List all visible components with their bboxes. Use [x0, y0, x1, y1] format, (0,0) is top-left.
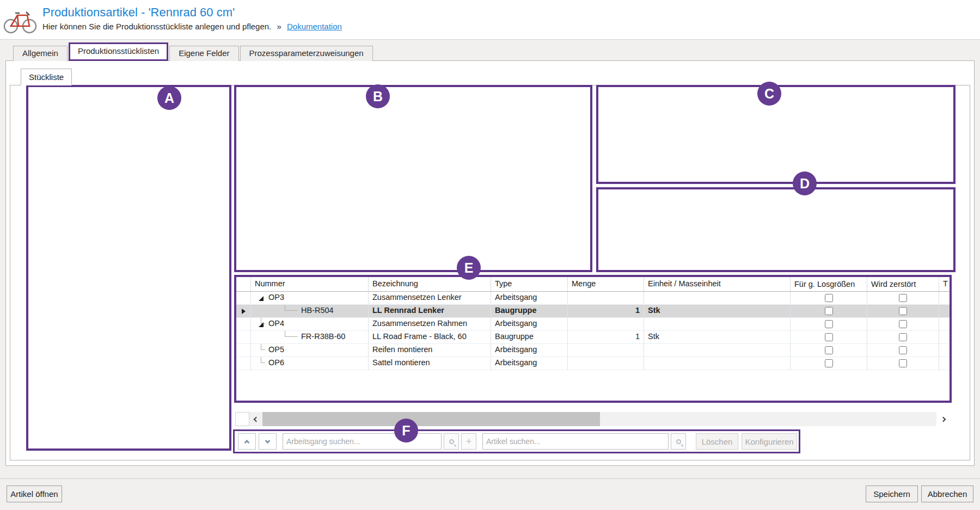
bom-col-nummer[interactable]: Nummer — [250, 277, 368, 291]
artikel-oeffnen-button[interactable]: Artikel öffnen — [7, 486, 62, 502]
bom-t-cell — [939, 331, 950, 343]
chevron-right-icon — [940, 416, 946, 422]
wird-zerstoert-checkbox[interactable] — [899, 307, 907, 315]
row-selector-cell — [236, 292, 250, 304]
move-down-button[interactable] — [259, 433, 277, 450]
allgemein-box — [234, 85, 592, 272]
fuer-losgroessen-checkbox[interactable] — [825, 346, 833, 354]
bom-type: Arbeitsgang — [491, 292, 567, 304]
wird-zerstoert-checkbox[interactable] — [899, 346, 907, 354]
wird-zerstoert-cell — [867, 331, 939, 343]
fuer-losgroessen-checkbox[interactable] — [825, 294, 833, 302]
page-title: Produktionsartikel - 'Rennrad 60 cm' — [42, 5, 235, 20]
versionen-box — [26, 85, 231, 451]
fuer-losgroessen-cell — [790, 331, 867, 343]
bom-row-op3[interactable]: OP3 Zusammensetzen Lenker Arbeitsgang — [236, 292, 950, 305]
scroll-left-button[interactable] — [249, 412, 262, 426]
bom-row-op6[interactable]: OP6 Sattel montieren Arbeitsgang — [236, 357, 950, 370]
fuer-losgroessen-checkbox[interactable] — [825, 307, 833, 315]
annotation-badge-a: A — [157, 86, 181, 110]
move-up-button[interactable] — [238, 433, 256, 450]
bom-table-header: Nummer Bezeichnung Type Menge Einheit / … — [236, 277, 950, 292]
arbeitsgang-add-button[interactable]: + — [461, 433, 476, 450]
konfigurieren-label: Konfigurieren — [745, 437, 793, 446]
subtab-stueckliste[interactable]: Stückliste — [21, 69, 72, 85]
wird-zerstoert-cell — [867, 357, 939, 370]
tab-allgemein[interactable]: Allgemein — [13, 46, 68, 61]
tab-produktionsstuecklisten[interactable]: Produktionsstücklisten — [69, 42, 168, 61]
bom-einheit — [644, 292, 790, 304]
bom-col-einheit[interactable]: Einheit / Masseinheit — [644, 277, 790, 291]
bom-col-type[interactable]: Type — [491, 277, 567, 291]
bom-horizontal-scrollbar — [235, 412, 950, 426]
bom-type: Arbeitsgang — [491, 344, 567, 357]
artikel-search-button[interactable] — [671, 433, 686, 450]
wird-zerstoert-cell — [867, 305, 939, 317]
bom-col-fuer-losgroessen[interactable]: Für g. Losgrößen — [790, 277, 867, 291]
search-icon — [449, 439, 454, 444]
annotation-badge-e: E — [457, 256, 481, 280]
wird-zerstoert-checkbox[interactable] — [899, 359, 907, 367]
fuer-losgroessen-checkbox[interactable] — [825, 333, 833, 341]
wird-zerstoert-cell — [867, 318, 939, 330]
annotation-badge-f: F — [394, 419, 418, 443]
bom-einheit: Stk — [644, 331, 790, 343]
bom-menge: 1 — [567, 331, 644, 343]
bom-menge — [567, 292, 644, 304]
tab-eigene-felder[interactable]: Eigene Felder — [169, 46, 238, 61]
bom-menge — [567, 357, 644, 370]
artikel-search-input[interactable] — [482, 433, 669, 450]
tree-expanded-icon[interactable] — [259, 296, 264, 301]
row-selector-cell — [236, 357, 250, 370]
scrollbar-thumb[interactable] — [262, 412, 600, 426]
bom-row-fr-r38b-60[interactable]: FR-R38B-60 LL Road Frame - Black, 60 Bau… — [236, 331, 950, 344]
chevron-down-icon — [265, 438, 271, 444]
bom-nummer: OP4 — [250, 318, 368, 330]
bom-col-wird-zerstoert[interactable]: Wird zerstört — [867, 277, 939, 291]
bom-row-hb-r504[interactable]: HB-R504 LL Rennrad Lenker Baugruppe 1 St… — [236, 305, 950, 318]
bom-einheit — [644, 344, 790, 357]
scroll-right-button[interactable] — [936, 412, 950, 426]
bom-einheit: Stk — [644, 305, 790, 317]
bom-t-cell — [939, 318, 950, 330]
bicycle-icon — [3, 5, 37, 35]
tab-bar: Allgemein Produktionsstücklisten Eigene … — [13, 46, 374, 61]
abbrechen-label: Abbrechen — [928, 489, 967, 499]
scrollbar-track[interactable] — [262, 412, 936, 426]
chevron-left-icon — [253, 416, 259, 422]
documentation-link[interactable]: Dokumentation — [287, 22, 342, 31]
subtitle-text: Hier können Sie die Produktionsstücklist… — [42, 22, 271, 31]
bom-col-menge[interactable]: Menge — [567, 277, 644, 291]
speichern-button[interactable]: Speichern — [866, 486, 918, 502]
wird-zerstoert-checkbox[interactable] — [899, 333, 907, 341]
wird-zerstoert-checkbox[interactable] — [899, 320, 907, 328]
fuer-losgroessen-cell — [790, 344, 867, 357]
konfigurieren-button[interactable]: Konfigurieren — [742, 433, 797, 450]
bom-row-op5[interactable]: OP5 Reifen montieren Arbeitsgang — [236, 344, 950, 357]
bom-loeschen-label: Löschen — [702, 437, 733, 446]
bom-einheit — [644, 318, 790, 330]
wird-zerstoert-checkbox[interactable] — [899, 294, 907, 302]
fuer-losgroessen-checkbox[interactable] — [825, 359, 833, 367]
bom-col-t[interactable]: T — [939, 277, 950, 291]
speichern-label: Speichern — [873, 489, 910, 499]
artikel-oeffnen-label: Artikel öffnen — [10, 489, 58, 499]
fuer-losgroessen-checkbox[interactable] — [825, 320, 833, 328]
tree-connector — [261, 344, 265, 350]
tree-expanded-icon[interactable] — [259, 322, 264, 327]
bom-nummer: FR-R38B-60 — [250, 331, 368, 343]
arbeitsgang-search-input[interactable] — [283, 433, 442, 450]
scrollbar-corner — [235, 412, 249, 426]
abbrechen-button[interactable]: Abbrechen — [921, 486, 973, 502]
bom-menge — [567, 318, 644, 330]
plus-icon: + — [466, 437, 472, 446]
bom-loeschen-button[interactable]: Löschen — [696, 433, 738, 450]
arbeitsgang-search-button[interactable] — [444, 433, 459, 450]
bom-row-op4[interactable]: OP4 Zusammensetzen Rahmen Arbeitsgang — [236, 318, 950, 331]
bom-bezeichnung: Zusammensetzen Rahmen — [368, 318, 491, 330]
tab-prozessparameterzuweisungen[interactable]: Prozessparameterzuweisungen — [240, 46, 373, 61]
fuer-losgroessen-cell — [790, 318, 867, 330]
row-selector-cell — [236, 331, 250, 343]
fuer-losgroessen-cell — [790, 357, 867, 370]
bom-box: Nummer Bezeichnung Type Menge Einheit / … — [234, 275, 952, 403]
